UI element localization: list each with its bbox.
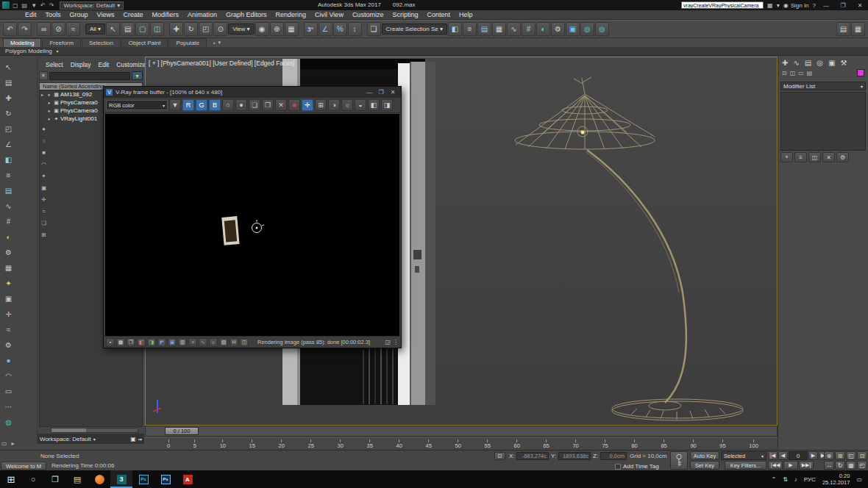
firefox-icon[interactable]: ● [88, 470, 110, 488]
tab-selection[interactable]: Selection [82, 38, 121, 47]
unlink-selection-icon[interactable]: ⊘ [51, 22, 65, 36]
chevron-down-icon[interactable]: ▾ [777, 2, 780, 9]
field-of-view-icon[interactable]: ▦ [846, 461, 856, 470]
time-slider[interactable]: 0 / 100 [165, 427, 199, 435]
menu-item[interactable]: Tools [41, 11, 65, 18]
current-frame-field[interactable]: 0 [789, 451, 808, 460]
utilities-tab-icon[interactable]: ⚒ [840, 59, 847, 67]
redo-icon[interactable]: ↷ [49, 2, 54, 9]
display-none-filter-icon[interactable]: ○ [42, 137, 46, 144]
set-key-button[interactable]: Set Key [690, 461, 719, 470]
cameras-icon[interactable]: ▣ [2, 293, 15, 305]
schematic-view-icon[interactable]: # [522, 22, 536, 36]
select-and-scale-icon[interactable]: ◰ [199, 22, 213, 36]
ribbon-toggle-icon[interactable]: ▦ [492, 22, 506, 36]
explorer-menu-item[interactable]: Display [67, 61, 95, 68]
reference-coordinate-dropdown[interactable]: View ▾ [228, 24, 254, 35]
set-keys-button[interactable] [670, 451, 688, 470]
open-file-icon[interactable]: ▤ [22, 2, 28, 9]
compare-horizontal-icon[interactable]: ◧ [368, 99, 380, 111]
track-mouse-icon[interactable]: ⊞ [315, 99, 327, 111]
welcome-button[interactable]: Welcome to M [1, 462, 46, 470]
clear-search-button[interactable]: ✕ [39, 71, 48, 80]
blue-channel-icon[interactable]: B [209, 99, 221, 111]
z-coordinate-field[interactable]: 0,0cm [600, 452, 627, 460]
curves-icon[interactable]: ∿ [199, 338, 207, 347]
scene-explorer-toggle-icon[interactable]: ▦ [851, 22, 865, 36]
red-correction-icon[interactable]: ◧ [137, 338, 146, 347]
footer-menu-icon[interactable]: ⋮ [393, 339, 399, 345]
undo-icon[interactable]: ↶ [40, 2, 46, 9]
maximize-viewport-icon[interactable]: ◰ [857, 461, 867, 470]
previous-frame-button[interactable]: ◀ [778, 451, 788, 460]
create-tab-icon[interactable]: ✚ [782, 59, 788, 67]
explorer-menu-item[interactable]: Edit [95, 61, 113, 68]
display-all-filter-icon[interactable]: ● [42, 126, 46, 132]
select-object-icon[interactable]: ↖ [2, 61, 15, 73]
selection-lock-icon[interactable]: ⊡ [494, 452, 505, 460]
pin-stack-icon[interactable]: ⌖ [780, 152, 793, 162]
named-selection-sets-icon[interactable]: ❏ [367, 22, 381, 36]
white-balance-icon[interactable]: ◒ [355, 99, 366, 111]
use-pivot-center-icon[interactable]: ◉ [255, 22, 269, 36]
workspaces-icon[interactable]: ▦ [767, 2, 773, 9]
maxscript-mini-listener[interactable] [681, 1, 764, 9]
polygon-modeling-panel[interactable]: Polygon Modeling [5, 48, 52, 54]
stereo-icon[interactable]: ◫ [240, 338, 249, 347]
scrollbar-thumb[interactable] [51, 428, 86, 432]
select-and-manipulate-icon[interactable]: ⊕ [270, 22, 284, 36]
curve-editor-icon[interactable]: ∿ [2, 200, 15, 212]
visibility-icon[interactable]: ● [46, 101, 52, 105]
select-and-scale-icon[interactable]: ◰ [2, 123, 15, 135]
menu-item[interactable]: Edit [21, 11, 41, 18]
helpers-filter-icon[interactable]: ✛ [41, 196, 46, 203]
photoshop2-icon[interactable]: Ps [154, 470, 177, 488]
viewport-label[interactable]: [ + ] [PhysCamera001] [User Defined] [Ed… [149, 60, 295, 67]
zoom-icon[interactable]: ⊕ [824, 451, 834, 460]
resize-grip-icon[interactable]: ◲ [385, 339, 391, 345]
render-production-icon[interactable]: ◍ [580, 22, 594, 36]
sign-in-button[interactable]: ◉ Sign In [783, 2, 809, 9]
close-button[interactable]: ✕ [853, 2, 867, 9]
orbit-icon[interactable]: ↻ [835, 461, 845, 470]
alpha-channel-icon[interactable]: ○ [222, 99, 234, 111]
schematic-view-icon[interactable]: # [2, 215, 15, 228]
keyboard-override-icon[interactable]: ▦ [285, 22, 299, 36]
select-object-icon[interactable]: ↖ [106, 22, 120, 36]
absolute-mode-icon[interactable]: ◫ [790, 70, 796, 76]
maximize-button[interactable]: ❐ [375, 89, 387, 96]
mirror-icon[interactable]: ◧ [2, 154, 15, 166]
region-render-icon[interactable]: ✛ [302, 99, 313, 111]
help-icon[interactable]: ? [813, 2, 816, 9]
xrefs-filter-icon[interactable]: ⊞ [41, 232, 46, 238]
modify-tab-icon[interactable]: ∿ [793, 59, 799, 67]
select-by-name-icon[interactable]: ▤ [2, 76, 15, 89]
separator[interactable] [363, 22, 366, 36]
channel-dropdown[interactable]: RGB color ▾ [106, 100, 168, 110]
tab-freeform[interactable]: Freeform [42, 38, 80, 47]
select-and-rotate-icon[interactable]: ↻ [2, 107, 15, 120]
correction-controls-icon[interactable]: ◑ [328, 99, 340, 111]
zoom-region-icon[interactable]: ⊡ [857, 451, 867, 460]
bind-to-space-warp-icon[interactable]: ≈ [66, 22, 80, 36]
workspace-menu-icon[interactable]: ▪▾ [138, 437, 142, 442]
region-toggle-icon[interactable]: ❐ [127, 338, 135, 347]
language-indicator[interactable]: РУС [804, 476, 816, 483]
workspace-dropdown[interactable]: Workspace: Default ▾ [60, 1, 124, 10]
modifier-stack[interactable] [780, 92, 866, 151]
stop-render-icon[interactable]: ■ [288, 99, 300, 111]
menu-item[interactable]: Content [422, 11, 455, 18]
clear-image-icon[interactable]: ✕ [275, 99, 287, 111]
key-filters-button[interactable]: Key Filters... [725, 461, 766, 470]
volume-icon[interactable]: ♪ [794, 476, 797, 483]
layer-manager-icon[interactable]: ▤ [477, 22, 491, 36]
save-image-icon[interactable]: ▼ [169, 99, 181, 111]
duplicate-buffer-icon[interactable]: ❐ [262, 99, 274, 111]
task-view-icon[interactable]: ❐ [44, 470, 66, 488]
remove-modifier-icon[interactable]: ✕ [822, 152, 835, 162]
save-file-icon[interactable]: ▼ [31, 2, 37, 9]
motion-tab-icon[interactable]: ◎ [817, 59, 823, 67]
groups-filter-icon[interactable]: ❏ [41, 220, 46, 226]
menu-item[interactable]: Create [118, 11, 147, 18]
menu-item[interactable]: Help [455, 11, 477, 18]
